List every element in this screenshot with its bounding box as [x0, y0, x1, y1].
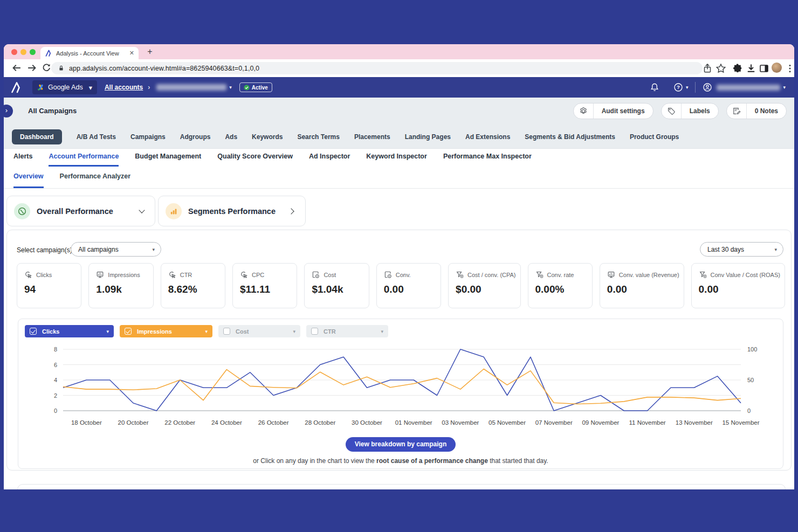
series-toggle-clicks[interactable]: Clicks▾	[25, 325, 114, 337]
side-panel-icon[interactable]	[759, 63, 769, 74]
adalysis-logo[interactable]	[11, 81, 23, 93]
view-breakdown-button[interactable]: View breakdown by campaign	[346, 437, 456, 452]
metric-card-cost: Cost$1.04k	[304, 263, 369, 308]
account-name-redacted	[156, 84, 226, 91]
subtab-alerts[interactable]: Alerts	[13, 153, 32, 167]
page-title: All Campaigns	[28, 107, 77, 115]
campaign-select[interactable]: All campaigns ▾	[71, 242, 161, 257]
tab-campaigns[interactable]: Campaigns	[130, 133, 166, 141]
browser-tab-title: Adalysis - Account View	[56, 50, 129, 57]
tab-adgroups[interactable]: Adgroups	[180, 133, 211, 141]
chevron-down-icon	[139, 207, 145, 213]
checkbox-icon[interactable]	[125, 328, 132, 335]
bookmark-star-icon[interactable]	[716, 63, 726, 74]
series-toggle-cost[interactable]: Cost▾	[218, 325, 300, 337]
metric-label: Cost	[324, 272, 336, 278]
all-accounts-link[interactable]: All accounts	[105, 84, 143, 91]
user-chevron-down-icon[interactable]: ▾	[783, 85, 786, 90]
segments-performance-card[interactable]: Segments Performance	[158, 196, 306, 226]
tab-ads[interactable]: Ads	[225, 133, 237, 141]
svg-text:30 October: 30 October	[352, 419, 382, 426]
help-chevron-down-icon[interactable]: ▾	[686, 85, 689, 90]
date-range-select[interactable]: Last 30 days ▾	[700, 242, 783, 257]
chevron-down-icon: ▾	[205, 329, 208, 334]
performance-chart-card: Clicks▾Impressions▾Cost▾CTR▾ 02468050100…	[18, 319, 783, 469]
tab-ad-extensions[interactable]: Ad Extensions	[465, 133, 510, 141]
sidebar-expand-button[interactable]: ›	[4, 105, 13, 118]
subtab-performance-max-inspector[interactable]: Performance Max Inspector	[443, 153, 532, 167]
tab-dashboard[interactable]: Dashboard	[12, 129, 62, 144]
close-window-button[interactable]	[11, 49, 17, 55]
view-tab-performance-analyzer[interactable]: Performance Analyzer	[60, 172, 131, 188]
notifications-bell-icon[interactable]	[650, 82, 659, 92]
checkbox-icon[interactable]	[311, 328, 318, 335]
minimize-window-button[interactable]	[20, 49, 26, 55]
forward-icon[interactable]	[26, 63, 37, 73]
svg-text:6: 6	[54, 362, 57, 368]
new-tab-button[interactable]: +	[144, 46, 156, 58]
svg-text:100: 100	[747, 346, 757, 353]
gear-icon	[574, 103, 594, 119]
back-icon[interactable]	[11, 63, 22, 73]
metric-value: $0.00	[456, 284, 515, 295]
chevron-down-icon: ▾	[293, 329, 295, 334]
user-account-icon[interactable]	[703, 82, 712, 92]
svg-text:13 November: 13 November	[676, 419, 713, 426]
series-toggle-impressions[interactable]: Impressions▾	[120, 325, 212, 337]
series-line-impressions[interactable]	[63, 369, 741, 404]
bar-chart-icon	[166, 203, 182, 219]
labels-button[interactable]: Labels	[661, 103, 719, 119]
browser-tab[interactable]: Adalysis - Account View ✕	[40, 47, 139, 59]
browser-menu-kebab-icon[interactable]	[785, 63, 794, 74]
tab-segments-bid-adjustments[interactable]: Segments & Bid Adjustments	[525, 133, 615, 141]
performance-line-chart[interactable]: 0246805010018 October20 October22 Octobe…	[18, 343, 784, 430]
divider	[695, 82, 696, 93]
tab-keywords[interactable]: Keywords	[252, 133, 283, 141]
tab-landing-pages[interactable]: Landing Pages	[405, 133, 451, 141]
series-toggle-ctr[interactable]: CTR▾	[306, 325, 388, 337]
tab-placements[interactable]: Placements	[354, 133, 390, 141]
audit-settings-button[interactable]: Audit settings	[573, 103, 653, 119]
address-bar[interactable]: app.adalysis.com/account-view.html#a=862…	[51, 62, 703, 74]
tab-a-b-ad-tests[interactable]: A/B Ad Tests	[77, 133, 116, 141]
metric-value: 94	[24, 284, 77, 295]
screen-icon	[607, 271, 615, 279]
overall-performance-card[interactable]: Overall Performance	[6, 196, 155, 226]
metric-card-impressions: Impressions1.09k	[88, 263, 153, 308]
extensions-puzzle-icon[interactable]	[732, 63, 743, 74]
metric-cards-row: Clicks94Impressions1.09kCTR8.62%CPC$11.1…	[17, 263, 785, 308]
view-tab-overview[interactable]: Overview	[13, 172, 44, 188]
subtab-keyword-inspector[interactable]: Keyword Inspector	[366, 153, 427, 167]
toggle-label: Impressions	[137, 328, 193, 335]
metric-label: Conv. rate	[547, 272, 574, 278]
metric-value: $11.11	[240, 284, 292, 295]
svg-text:8: 8	[54, 346, 57, 353]
subtab-quality-score-overview[interactable]: Quality Score Overview	[217, 153, 293, 167]
status-badge: Active	[239, 82, 272, 92]
reload-icon[interactable]	[41, 63, 52, 73]
click-icon	[24, 271, 32, 279]
subtab-ad-inspector[interactable]: Ad Inspector	[309, 153, 350, 167]
subtab-account-performance[interactable]: Account Performance	[49, 153, 119, 167]
tab-product-groups[interactable]: Product Groups	[630, 133, 679, 141]
checkbox-icon[interactable]	[223, 328, 230, 335]
adalysis-favicon	[45, 50, 52, 57]
primary-tabs: DashboardA/B Ad TestsCampaignsAdgroupsAd…	[12, 129, 679, 144]
subtab-budget-management[interactable]: Budget Management	[135, 153, 201, 167]
chevron-down-icon: ▾	[89, 84, 92, 92]
account-chevron-down-icon[interactable]: ▾	[229, 85, 232, 90]
downloads-icon[interactable]	[746, 63, 756, 74]
maximize-window-button[interactable]	[30, 49, 36, 55]
checkbox-icon[interactable]	[30, 328, 37, 335]
help-icon[interactable]	[673, 82, 683, 92]
chart-caption: or Click on any day in the chart to view…	[18, 457, 783, 465]
0-notes-button[interactable]: 0 Notes	[726, 103, 787, 119]
metric-label: Impressions	[108, 272, 140, 278]
tab-search-terms[interactable]: Search Terms	[297, 133, 340, 141]
profile-avatar[interactable]	[772, 63, 782, 73]
funnel-icon	[535, 271, 544, 279]
metric-label: Conv. value (Revenue)	[619, 272, 679, 278]
platform-selector[interactable]: Google Ads ▾	[32, 80, 97, 94]
share-icon[interactable]	[702, 63, 713, 74]
close-tab-icon[interactable]: ✕	[129, 50, 134, 57]
